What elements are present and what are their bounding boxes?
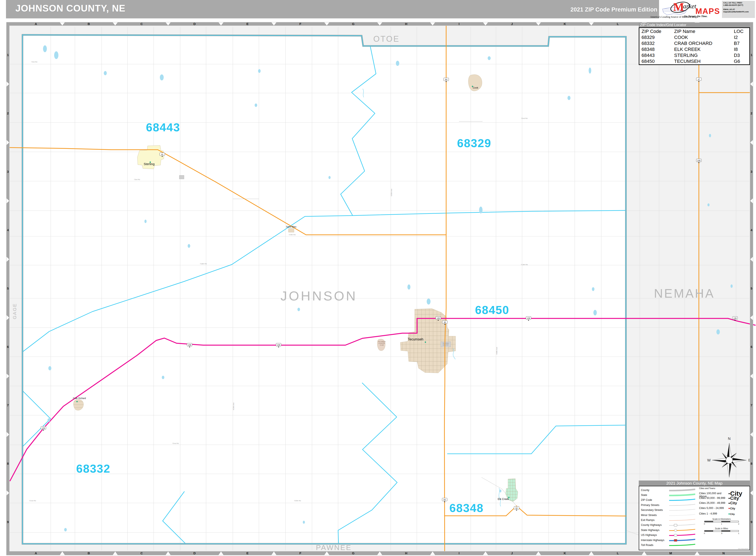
lake <box>43 45 47 52</box>
legend-city-label: Cities 50,000 - 99,999 <box>699 496 729 499</box>
zip-code-label: 68332 <box>76 462 110 475</box>
legend-city-item: Cities 5,000 - 24,999City <box>699 507 748 512</box>
city-sample-text: City <box>730 507 735 510</box>
lake <box>396 61 399 66</box>
legend-item: US Highways <box>641 533 699 537</box>
svg-text:Scale in Kilometers: Scale in Kilometers <box>712 518 731 520</box>
cemetery-label: CEMETERY <box>442 344 449 346</box>
grid-letter: H <box>405 551 407 555</box>
legend-panel: 2021 Johnson County, NE Map CountyStateZ… <box>639 481 750 550</box>
town-dot <box>472 86 473 87</box>
zip-index-row: 68332CRAB ORCHARDB7 <box>639 40 750 46</box>
city-sample-text: City <box>730 501 737 505</box>
town-label: TECUMSEH <box>378 341 386 342</box>
lake <box>297 308 300 311</box>
grid-letter: J <box>511 22 513 26</box>
city-dot-icon <box>729 503 730 504</box>
legend-route-badge <box>674 524 677 526</box>
legend-line-sample <box>668 538 696 542</box>
scale-bar: Scale in Miles0.51 <box>699 527 744 536</box>
lake <box>407 284 410 289</box>
lake <box>589 68 591 74</box>
legend-item-label: Exit Ramps <box>641 519 668 522</box>
legend-item: Secondary Streets <box>641 508 699 513</box>
zip-index-header-row: ZIP CodeZIP NameLOC <box>639 28 750 35</box>
lake <box>188 244 190 248</box>
legend-item: Minor Streets <box>641 513 699 518</box>
legend-item-label: State Highways <box>641 529 668 532</box>
legend-item: County <box>641 488 699 492</box>
legend-line-sample <box>668 544 696 547</box>
legend-line-sample <box>668 514 696 517</box>
legend-city-label: Cities 5,000 - 24,999 <box>699 507 729 510</box>
road-name-label: 720th Rd <box>294 500 301 502</box>
road-name-label: 724th Rd <box>289 234 296 236</box>
zip-index-cell: CRAB ORCHARD <box>672 40 732 46</box>
compass-direction-label: W <box>707 458 711 462</box>
legend-cities-panel: Cities and Towns Cities 100,000 and Abov… <box>699 486 750 550</box>
town-area <box>289 229 294 232</box>
town-label: CLUB <box>380 344 384 346</box>
legend-route-badge <box>674 539 677 542</box>
town-dot <box>508 497 510 498</box>
grid-letter: C <box>140 551 143 555</box>
road-name-label: 72nd Rd <box>172 443 179 444</box>
legend-route-badge <box>674 529 677 532</box>
zip-index-column-header: ZIP Name <box>672 28 732 35</box>
grid-letter: J <box>511 551 513 555</box>
zip-index-cell: COOK <box>672 34 732 40</box>
lake <box>708 203 710 206</box>
lake <box>162 376 164 379</box>
grid-letter: A <box>35 551 37 555</box>
legend-title: 2021 Johnson County, NE Map <box>639 481 750 486</box>
svg-text:.5: .5 <box>721 532 722 534</box>
zip-code-label: 68450 <box>475 304 509 316</box>
town-label: Elk Creek <box>498 498 509 500</box>
zip-index-row: 68443STERLINGD3 <box>639 53 750 58</box>
lake <box>592 287 594 291</box>
legend-item: Exit Ramps <box>641 518 699 522</box>
legend-city-item: Cities 100,000 and AboveCity <box>699 490 748 495</box>
svg-text:136: 136 <box>42 427 45 429</box>
legend-item-label: County <box>641 489 668 492</box>
zip-code-label: 68329 <box>457 137 491 149</box>
legend-item-label: Minor Streets <box>641 514 668 517</box>
grid-number: 1 <box>7 53 9 57</box>
town-label: Tecumseh <box>408 338 424 341</box>
legend-item: State <box>641 492 699 497</box>
town-label: Saint Mary <box>286 225 296 228</box>
county-name-label: JOHNSON <box>280 288 357 303</box>
legend-line-sample <box>668 523 696 527</box>
grid-number: 1 <box>751 53 752 57</box>
grid-letter: A <box>35 22 37 26</box>
legend-line-sample <box>668 518 696 522</box>
lake <box>48 366 52 370</box>
grid-number: 7 <box>7 403 9 407</box>
zip-index-cell: 68443 <box>639 53 672 58</box>
city-dot-icon <box>729 508 730 509</box>
legend-item: Primary Streets <box>641 502 699 508</box>
lake <box>567 96 570 100</box>
road-name-label: 721st Rd <box>29 500 36 502</box>
grid-number: 6 <box>751 345 752 349</box>
zip-index-cell: 68348 <box>639 46 672 53</box>
legend-line-sample <box>668 533 696 537</box>
grid-number: 4 <box>751 228 753 232</box>
lake <box>64 528 67 531</box>
lake <box>328 176 331 179</box>
zip-index-cell: STERLING <box>672 53 732 58</box>
grid-letter: N <box>722 551 725 555</box>
legend-item: County Highways <box>641 523 699 527</box>
scale-bar: Scale in Kilometers012 <box>699 518 744 526</box>
town-label: Sterling <box>144 162 155 166</box>
zip-index-cell: 68450 <box>639 58 672 65</box>
legend-item-label: ZIP Code <box>641 498 668 501</box>
svg-text:47: 47 <box>698 78 700 80</box>
city-sample-text: City <box>730 495 739 501</box>
grid-letter: C <box>140 22 143 26</box>
zip-code-label: 68348 <box>449 501 484 514</box>
lake <box>255 104 257 107</box>
lake <box>593 310 597 315</box>
lake <box>144 220 146 223</box>
grid-number: 6 <box>7 345 9 349</box>
